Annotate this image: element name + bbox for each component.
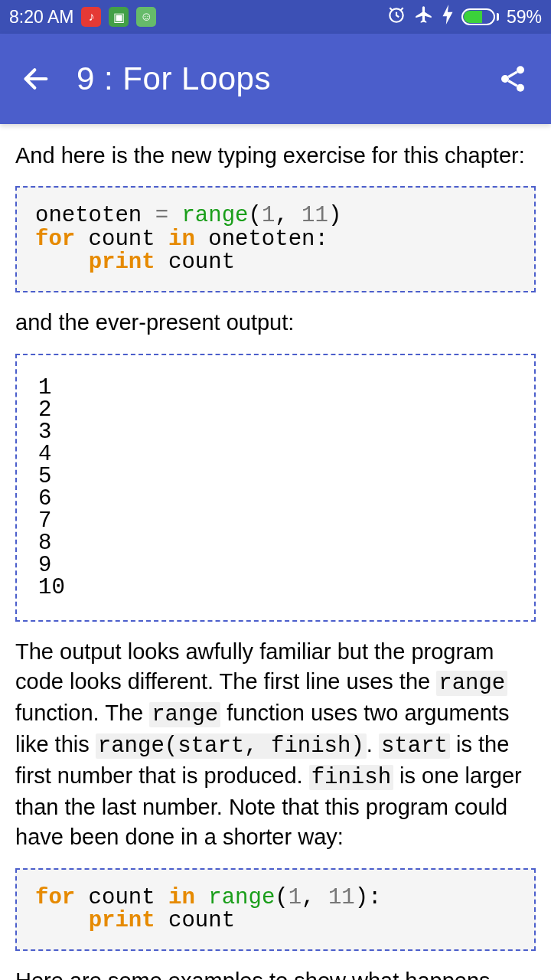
svg-point-4 [517, 84, 524, 92]
code-block-2: for count in range(1, 11): print count [15, 868, 536, 952]
content-area[interactable]: And here is the new typing exercise for … [0, 124, 551, 980]
inline-code-finish: finish [309, 765, 393, 790]
music-icon: ♪ [81, 7, 101, 27]
battery-icon [461, 8, 499, 25]
inline-code-range-sig: range(start, finish) [96, 733, 367, 759]
svg-point-2 [517, 66, 524, 74]
airplane-icon [414, 5, 434, 29]
output-block: 1 2 3 4 5 6 7 8 9 10 [15, 354, 536, 622]
status-bar: 8:20 AM ♪ ▣ ☺ 59% [0, 0, 551, 34]
code-block-1: onetoten = range(1, 11) for count in one… [15, 186, 536, 292]
status-time: 8:20 AM [9, 7, 73, 28]
paragraph-explanation: The output looks awfully familiar but th… [15, 637, 536, 853]
alarm-icon [386, 5, 406, 29]
app-bar: 9 : For Loops [0, 34, 551, 124]
battery-saver-icon: ▣ [109, 7, 129, 27]
inline-code-start: start [379, 733, 450, 759]
svg-point-3 [501, 75, 509, 83]
status-left: 8:20 AM ♪ ▣ ☺ [9, 7, 156, 28]
app-tray-icon: ☺ [136, 7, 156, 27]
charging-icon [442, 5, 454, 29]
paragraph-next: Here are some examples to show what happ… [15, 966, 536, 980]
share-button[interactable] [491, 57, 534, 100]
page-title: 9 : For Loops [77, 60, 271, 97]
battery-percentage: 59% [507, 7, 542, 28]
inline-code-range-1: range [436, 671, 507, 696]
inline-code-range-2: range [149, 702, 220, 727]
paragraph-intro: And here is the new typing exercise for … [15, 141, 536, 171]
paragraph-output-label: and the ever-present output: [15, 308, 536, 338]
status-right: 59% [386, 5, 542, 29]
back-button[interactable] [17, 60, 55, 98]
